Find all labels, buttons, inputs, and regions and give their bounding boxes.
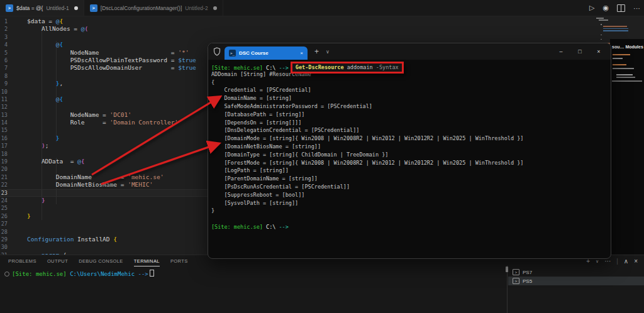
panel-tab-problems[interactable]: PROBLEMS	[8, 258, 36, 266]
terminal-list-item-ps5[interactable]: >PS5	[508, 277, 644, 285]
split-editor-icon[interactable]	[617, 4, 625, 12]
text-segment: {	[60, 18, 64, 25]
code-text: },	[27, 80, 63, 87]
line-number: 17	[0, 142, 8, 150]
tab-untitled-2[interactable]: > [DscLocalConfigurationManager()] Untit…	[84, 0, 223, 16]
modified-dot-icon[interactable]	[74, 6, 78, 10]
text-segment: [DomainMode = [string]{ Win2008 | Win200…	[211, 135, 523, 141]
panel-tab-terminal[interactable]: TERMINAL	[134, 258, 160, 266]
text-segment: DomainName = [string]	[211, 95, 292, 101]
minimize-icon[interactable]: –	[552, 43, 570, 60]
line-number: 11	[0, 96, 8, 103]
terminal-line: [DatabasePath = [string]]	[211, 111, 611, 119]
terminal-line: [Site: mehic.se] C:\ -->Get-DscResource …	[211, 62, 611, 70]
terminal-line: [SuppressReboot = [bool]]	[211, 191, 611, 199]
code-text: $data = @{	[27, 18, 63, 25]
editor-actions: ▷ ◉ ···	[589, 0, 640, 16]
close-panel-icon[interactable]: ×	[634, 258, 638, 265]
text-segment: '*'	[178, 49, 189, 56]
maximize-panel-icon[interactable]: ∧	[624, 258, 628, 265]
text-segment: ;	[45, 142, 49, 149]
text-segment: 'mehic.se'	[128, 173, 164, 180]
text-segment: Role =	[27, 119, 110, 126]
code-text: Configuration InstallAD {	[27, 236, 117, 243]
run-button[interactable]: ▷	[589, 4, 594, 12]
line-number: 25	[0, 204, 8, 212]
background-window-content	[612, 80, 642, 82]
integrated-terminal-prompt[interactable]: [Site: mehic.se] C:\Users\NedimMehic -->	[12, 270, 154, 277]
text-segment	[27, 80, 56, 87]
text-segment: {	[113, 236, 117, 243]
text-segment: [DependsOn = [string[]]]	[211, 119, 301, 126]
new-tab-icon[interactable]: +	[314, 47, 319, 56]
tab-untitled-1[interactable]: > $data = @{ Untitled-1	[0, 0, 84, 16]
code-text: DomainNetBiosName = 'MEHIC'	[27, 181, 153, 189]
powershell-icon: >_	[229, 50, 236, 57]
panel-tab-output[interactable]: OUTPUT	[47, 258, 68, 266]
modified-dot-icon[interactable]	[213, 6, 217, 10]
code-text: Role = 'Domain Controller'	[27, 119, 178, 126]
code-text: ADData = @{	[27, 158, 85, 165]
code-line[interactable]: 2 AllNodes = @(	[0, 25, 644, 33]
code-text: @{	[27, 96, 63, 103]
terminal-line: [DependsOn = [string[]]]	[211, 119, 611, 127]
tab-dropdown-icon[interactable]: ∨	[326, 49, 330, 55]
text-segment: $data =	[27, 18, 56, 25]
line-number: 26	[0, 212, 8, 220]
terminal-tab-dsc-course[interactable]: >_ DSC Course ×	[225, 47, 308, 60]
terminal-line: [DnsDelegationCredential = [PSCredential…	[211, 126, 611, 135]
line-number: 21	[0, 173, 8, 181]
terminal-title-bar[interactable]: >_ DSC Course × + ∨ – □ ×	[208, 43, 611, 60]
line-number: 18	[0, 150, 8, 158]
line-number: 14	[0, 119, 8, 126]
terminal-line: [DomainNetBiosName = [string]]	[211, 143, 611, 151]
text-segment	[27, 142, 42, 149]
run-selection-icon[interactable]: ◉	[602, 4, 609, 12]
window-controls: – □ ×	[552, 43, 608, 60]
text-segment: [Site: mehic.se]	[12, 271, 67, 277]
close-tab-icon[interactable]: ×	[300, 50, 303, 56]
text-segment	[27, 41, 56, 48]
terminal-list-item-ps7[interactable]: >PS7	[508, 268, 644, 277]
text-segment: C:\Users\NedimMehic	[70, 271, 135, 277]
line-number: 28	[0, 228, 8, 236]
line-number: 23	[0, 189, 8, 197]
line-number: 27	[0, 220, 8, 228]
line-number: 13	[0, 111, 8, 119]
code-text: }	[27, 135, 60, 142]
line-number: 30	[0, 243, 8, 251]
powershell-file-icon: >	[6, 4, 13, 12]
bottom-panel: PROBLEMSOUTPUTDEBUG CONSOLETERMINALPORTS…	[0, 255, 644, 313]
code-line[interactable]: 3	[0, 33, 644, 41]
text-segment: 'MEHIC'	[128, 181, 153, 188]
terminal-output[interactable]: [Site: mehic.se] C:\ -->Get-DscResource …	[208, 60, 611, 231]
text-segment: [ForestMode = [string]{ Win2008 | Win200…	[211, 160, 523, 166]
terminal-icon: >	[513, 278, 519, 284]
panel-sash[interactable]	[507, 265, 508, 313]
tab-title: [DscLocalConfigurationManager()]	[101, 5, 182, 11]
code-line[interactable]: 1$data = @{	[0, 18, 644, 25]
text-segment: -Syntax	[376, 64, 399, 70]
text-segment: [LogPath = [string]]	[211, 167, 289, 173]
panel-tab-debug-console[interactable]: DEBUG CONSOLE	[79, 258, 123, 266]
background-window-content	[613, 54, 630, 55]
terminal-line: [PsDscRunAsCredential = [PSCredential]]	[211, 183, 611, 191]
text-segment: addomain	[344, 64, 376, 70]
minimap-line	[596, 18, 604, 19]
more-actions-icon[interactable]: ···	[633, 4, 640, 12]
terminal-line	[211, 215, 611, 223]
terminal-line: [ForestMode = [string]{ Win2008 | Win200…	[211, 159, 611, 167]
text-segment: [DomainNetBiosName = [string]]	[211, 143, 321, 150]
terminal-line: Credential = [PSCredential]	[211, 86, 611, 94]
terminal-line: [SysvolPath = [string]]	[211, 199, 611, 207]
line-number: 20	[0, 165, 8, 173]
maximize-icon[interactable]: □	[570, 43, 589, 60]
line-number: 3	[0, 33, 8, 41]
text-segment: }	[27, 212, 31, 219]
text-segment: InstallAD	[74, 236, 113, 243]
line-number: 2	[0, 25, 8, 33]
minimap-line	[601, 35, 602, 36]
close-icon[interactable]: ×	[589, 43, 608, 60]
panel-tab-ports[interactable]: PORTS	[170, 258, 188, 266]
terminal-line: [ParentDomainName = [string]]	[211, 175, 611, 183]
